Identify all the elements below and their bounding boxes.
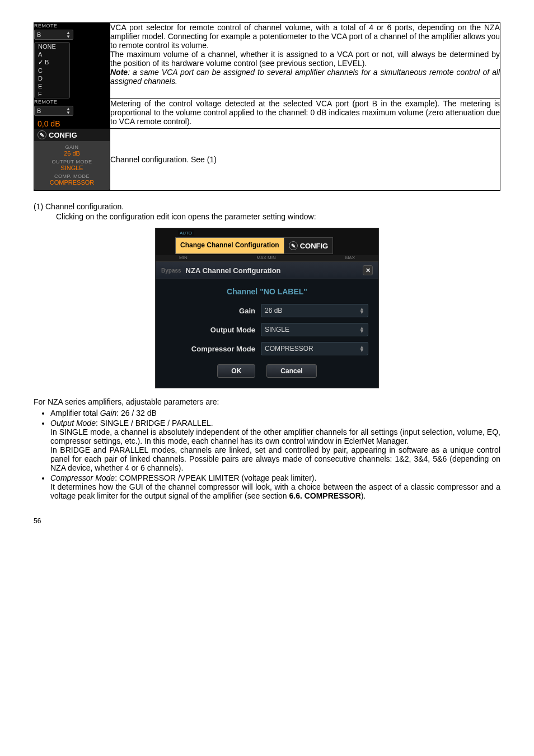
comp-mode-label: COMP. MODE	[38, 173, 106, 179]
list-item: Amplifier total Gain: 26 / 32 dB	[50, 408, 500, 417]
dialog-titlebar: Bypass NZA Channel Configuration ✕	[155, 261, 379, 279]
menu-item-a[interactable]: A	[35, 50, 69, 58]
menu-item-none[interactable]: NONE	[35, 43, 69, 50]
b1-post: : 26 / 32 dB	[116, 408, 157, 417]
b3-it: Compressor Mode	[50, 473, 115, 482]
after-intro: For NZA series amplifiers, adjustable pa…	[34, 397, 500, 406]
dialog-body: Channel "NO LABEL" Gain 26 dB ▲▼ Output …	[155, 279, 379, 388]
output-mode-form-label: Output Mode	[166, 326, 255, 334]
row3-desc: Channel configuration. See (1)	[110, 129, 500, 191]
db-value: 0,0 dB	[34, 118, 110, 128]
menu-item-b[interactable]: B	[35, 58, 69, 67]
remote-label-2: REMOTE	[34, 99, 110, 105]
comp-mode-select[interactable]: COMPRESSOR ▲▼	[261, 342, 368, 355]
param-list: Amplifier total Gain: 26 / 32 dB Output …	[50, 408, 500, 500]
comp-mode-form-label: Compressor Mode	[166, 345, 255, 353]
scale-min: MIN	[179, 255, 188, 260]
row1-left: REMOTE B ▲▼ NONE A B C D E F	[34, 23, 110, 99]
config-title: CONFIG	[49, 131, 77, 139]
config-header: ✎ CONFIG	[34, 129, 110, 141]
gain-select[interactable]: 26 dB ▲▼	[261, 304, 368, 317]
b3-p1-post: ).	[361, 491, 366, 500]
b2-post: : SINGLE / BRIDGE / PARALLEL.	[96, 419, 213, 428]
dropdown-arrows-icon: ▲▼	[66, 107, 71, 115]
config-side-icon[interactable]: ✎	[289, 241, 298, 250]
remote-label: REMOTE	[34, 23, 110, 29]
gain-form-label: Gain	[166, 307, 255, 315]
dialog-wrap: AUTO Change Channel Configuration ✎ CONF…	[34, 228, 500, 388]
row2-desc: Metering of the control voltage detected…	[110, 99, 500, 129]
row1-desc: VCA port selector for remote control of …	[110, 23, 500, 99]
ok-button[interactable]: OK	[217, 364, 255, 378]
list-item: Compressor Mode: COMPRESSOR /VPEAK LIMIT…	[50, 473, 500, 500]
remote-dropdown-2[interactable]: B ▲▼	[34, 106, 73, 116]
menu-item-e[interactable]: E	[35, 82, 69, 90]
page-number: 56	[34, 517, 500, 525]
remote-dropdown-value: B	[37, 31, 41, 38]
menu-item-d[interactable]: D	[35, 74, 69, 82]
row1-note-label: Note	[110, 68, 128, 77]
list-item: Output Mode: SINGLE / BRIDGE / PARALLEL.…	[50, 419, 500, 472]
row3-left: ✎ CONFIG GAIN 26 dB OUTPUT MODE SINGLE C…	[34, 129, 110, 191]
cancel-button[interactable]: Cancel	[266, 364, 316, 378]
comp-mode-select-value: COMPRESSOR	[265, 345, 313, 353]
menu-item-f[interactable]: F	[35, 90, 69, 98]
gain-label: GAIN	[38, 144, 106, 150]
select-arrows-icon: ▲▼	[359, 345, 364, 352]
dialog: AUTO Change Channel Configuration ✎ CONF…	[155, 228, 379, 388]
auto-tag: AUTO	[178, 230, 194, 236]
output-mode-label: OUTPUT MODE	[38, 159, 106, 165]
b1-pre: Amplifier total	[50, 408, 100, 417]
scale-max: MAX	[345, 255, 355, 260]
remote-dropdown[interactable]: B ▲▼	[34, 30, 73, 40]
scale-row: MIN MAX MIN MAX	[156, 255, 378, 261]
row1-desc-p1: VCA port selector for remote control of …	[110, 23, 500, 50]
comp-mode-value: COMPRESSOR	[38, 179, 106, 186]
config-table: REMOTE B ▲▼ NONE A B C D E F VCA port se…	[34, 22, 500, 191]
dialog-title: NZA Channel Configuration	[186, 266, 281, 275]
select-arrows-icon: ▲▼	[359, 307, 364, 314]
row1-note-text: : a same VCA port can be assigned to sev…	[110, 68, 500, 86]
menu-item-c[interactable]: C	[35, 67, 69, 74]
remote-menu[interactable]: NONE A B C D E F	[34, 42, 70, 98]
section-heading: (1) Channel configuration.	[34, 202, 500, 211]
select-arrows-icon: ▲▼	[359, 326, 364, 333]
config-side: ✎ CONFIG	[284, 237, 334, 254]
gain-value: 26 dB	[38, 150, 106, 157]
b3-post: : COMPRESSOR /VPEAK LIMITER (voltage pea…	[115, 473, 316, 482]
dropdown-arrows-icon: ▲▼	[66, 31, 71, 39]
config-icon[interactable]: ✎	[38, 130, 46, 139]
channel-header: Channel "NO LABEL"	[166, 287, 368, 296]
b2-p1: In SINGLE mode, a channel is absolutely …	[50, 428, 500, 445]
bypass-tag: Bypass	[161, 267, 181, 274]
close-icon[interactable]: ✕	[363, 265, 373, 275]
b2-it: Output Mode	[50, 419, 96, 428]
b1-it: Gain	[100, 408, 117, 417]
b3-p1-bold: 6.6. COMPRESSOR	[289, 491, 360, 500]
output-mode-value: SINGLE	[38, 165, 106, 171]
section-intro: Clicking on the configuration edit icon …	[56, 212, 500, 221]
remote-dropdown-value-2: B	[37, 107, 41, 114]
config-panel: ✎ CONFIG GAIN 26 dB OUTPUT MODE SINGLE C…	[34, 129, 110, 190]
b3-p1-pre: It determines how the GUI of the channel…	[50, 482, 500, 500]
output-mode-select[interactable]: SINGLE ▲▼	[261, 323, 368, 336]
config-side-label: CONFIG	[300, 242, 329, 250]
output-mode-select-value: SINGLE	[265, 326, 289, 334]
gain-select-value: 26 dB	[265, 307, 282, 314]
row2-left: REMOTE B ▲▼ 0,0 dB	[34, 99, 110, 129]
row1-desc-p2: The maximum volume of a channel, whether…	[110, 50, 500, 68]
b2-p2: In BRIDGE and PARALLEL modes, channels a…	[50, 445, 500, 472]
scale-maxmin: MAX MIN	[257, 255, 276, 260]
tooltip: Change Channel Configuration	[175, 237, 284, 254]
